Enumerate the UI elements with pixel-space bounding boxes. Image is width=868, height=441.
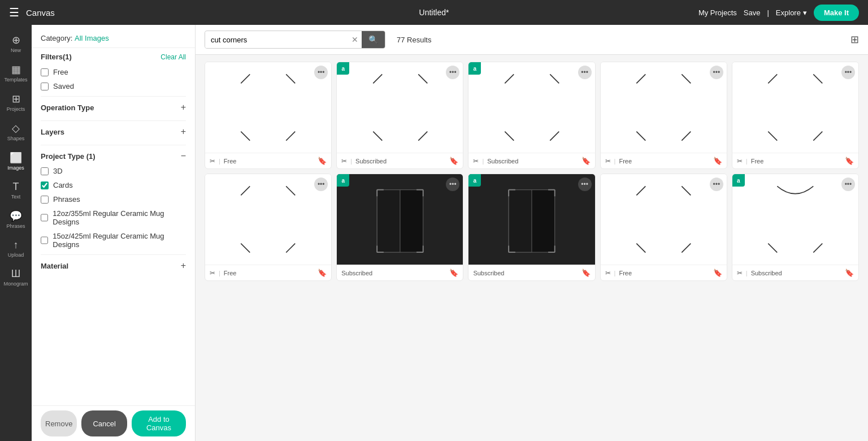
clear-all-button[interactable]: Clear All (160, 53, 186, 61)
svg-line-21 (287, 186, 296, 195)
chevron-down-icon: ▾ (803, 8, 807, 17)
bookmark-button[interactable]: 🔖 (845, 269, 854, 277)
projects-icon: ⊞ (12, 93, 20, 105)
sidebar-item-monogram[interactable]: Ш Monogram (2, 263, 29, 291)
mug2-checkbox[interactable] (41, 236, 48, 244)
phrases-checkbox[interactable] (41, 196, 49, 204)
card-image: a ••• (468, 62, 594, 153)
card-more-button[interactable]: ••• (578, 66, 592, 79)
svg-line-14 (636, 132, 645, 141)
sidebar-item-images[interactable]: ⬜ Images (2, 147, 29, 175)
cards-checkbox-item[interactable]: Cards (41, 181, 186, 189)
svg-rect-35 (509, 190, 532, 253)
sidebar-item-text[interactable]: T Text (2, 176, 29, 204)
svg-line-20 (241, 186, 250, 195)
cancel-button[interactable]: Cancel (81, 410, 127, 436)
image-card: a ••• ✂ | Subscribed (336, 62, 463, 169)
scissors-icon: ✂ (473, 157, 479, 165)
bookmark-button[interactable]: 🔖 (713, 157, 722, 165)
layers-toggle-icon: + (181, 127, 186, 137)
card-image: ••• (601, 174, 727, 265)
card-image: a ••• (337, 174, 463, 265)
bookmark-button[interactable]: 🔖 (845, 157, 854, 165)
card-more-button[interactable]: ••• (314, 66, 328, 79)
saved-checkbox[interactable] (41, 83, 49, 90)
bookmark-button[interactable]: 🔖 (581, 269, 591, 277)
material-section[interactable]: Material + (41, 254, 186, 276)
text-icon: T (13, 181, 19, 193)
project-type-section[interactable]: Project Type (1) − (41, 145, 186, 167)
sidebar-item-shapes[interactable]: ◇ Shapes (2, 118, 29, 146)
bookmark-button[interactable]: 🔖 (318, 269, 327, 277)
card-more-button[interactable]: ••• (841, 178, 855, 191)
add-to-canvas-button[interactable]: Add to Canvas (132, 410, 186, 436)
status-badge: Subscribed (341, 270, 372, 276)
operation-type-section[interactable]: Operation Type + (41, 96, 186, 118)
card-more-button[interactable]: ••• (710, 66, 723, 79)
status-badge: Free (619, 158, 632, 165)
card-more-button[interactable]: ••• (578, 178, 592, 191)
sidebar-footer: Remove Cancel Add to Canvas (32, 405, 195, 441)
explore-button[interactable]: Explore ▾ (776, 8, 807, 17)
3d-checkbox-item[interactable]: 3D (41, 167, 186, 175)
app-name: Canvas (26, 8, 55, 18)
card-footer: ✂ | Free 🔖 (205, 265, 331, 280)
sidebar-item-upload[interactable]: ↑ Upload (2, 235, 29, 262)
bookmark-button[interactable]: 🔖 (449, 269, 458, 277)
free-checkbox[interactable] (41, 68, 49, 76)
search-clear-button[interactable]: ✕ (348, 35, 362, 44)
card-more-button[interactable]: ••• (446, 178, 459, 191)
mug1-checkbox-item[interactable]: 12oz/355ml Regular Ceramic Mug Designs (41, 209, 186, 226)
svg-line-5 (418, 74, 427, 83)
mug1-checkbox[interactable] (41, 214, 48, 222)
bookmark-button[interactable]: 🔖 (581, 157, 591, 165)
new-icon: ⊕ (12, 34, 20, 46)
sidebar-item-new[interactable]: ⊕ New (2, 29, 29, 58)
my-projects-link[interactable]: My Projects (698, 8, 737, 17)
svg-line-0 (241, 74, 250, 83)
phrases-checkbox-item[interactable]: Phrases (41, 195, 186, 204)
topbar: ☰ Canvas Untitled* My Projects Save | Ex… (0, 0, 868, 25)
operation-type-title: Operation Type (41, 103, 94, 112)
search-submit-button[interactable]: 🔍 (362, 31, 385, 48)
material-title: Material (41, 262, 68, 270)
svg-line-10 (505, 132, 514, 141)
svg-line-3 (287, 132, 296, 141)
image-card: a ••• (336, 174, 463, 281)
sidebar-item-templates[interactable]: ▦ Templates (2, 59, 29, 87)
card-more-button[interactable]: ••• (841, 66, 855, 79)
sidebar-panel: Category: All Images Filters(1) Clear Al… (32, 25, 196, 441)
category-link[interactable]: All Images (75, 34, 109, 42)
3d-checkbox[interactable] (41, 167, 49, 175)
save-link[interactable]: Save (744, 8, 761, 17)
badge-a: a (732, 174, 745, 187)
layers-section[interactable]: Layers + (41, 120, 186, 142)
filters-label: Filters(1) (41, 53, 72, 61)
card-more-button[interactable]: ••• (314, 178, 328, 191)
menu-icon[interactable]: ☰ (9, 6, 19, 19)
svg-rect-25 (377, 190, 400, 253)
bookmark-button[interactable]: 🔖 (449, 157, 458, 165)
card-more-button[interactable]: ••• (446, 66, 459, 79)
mug2-checkbox-item[interactable]: 15oz/425ml Regular Ceramic Mug Designs (41, 232, 186, 249)
search-input[interactable] (205, 32, 348, 48)
sidebar-item-phrases[interactable]: 💬 Phrases (2, 205, 29, 234)
cards-checkbox[interactable] (41, 181, 49, 189)
image-card: ••• ✂ | Free (600, 62, 727, 169)
material-toggle-icon: + (181, 261, 186, 271)
bookmark-button[interactable]: 🔖 (318, 157, 327, 165)
bookmark-button[interactable]: 🔖 (713, 269, 722, 277)
grid-toggle-button[interactable]: ⊞ (850, 33, 859, 46)
card-more-button[interactable]: ••• (710, 178, 723, 191)
cards-label: Cards (53, 181, 73, 189)
svg-line-23 (287, 244, 296, 253)
results-count: 77 Results (392, 36, 844, 44)
sidebar-item-projects[interactable]: ⊞ Projects (2, 88, 29, 116)
free-checkbox-item[interactable]: Free (41, 68, 186, 76)
content-area: ✕ 🔍 77 Results ⊞ ••• (196, 25, 868, 441)
saved-checkbox-item[interactable]: Saved (41, 82, 186, 90)
layers-title: Layers (41, 128, 64, 136)
make-it-button[interactable]: Make It (814, 5, 859, 21)
remove-button[interactable]: Remove (41, 410, 77, 436)
image-card: ••• ✂ | Free (732, 62, 859, 169)
